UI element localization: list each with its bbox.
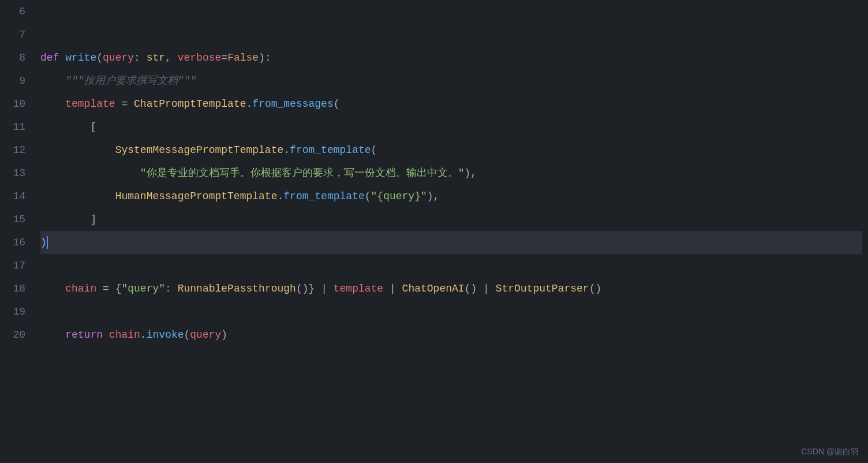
line-number-19: 19 (9, 300, 25, 323)
var-chain: chain (65, 277, 96, 300)
bracket-open-11: [ (90, 115, 96, 139)
indent-15 (40, 208, 90, 231)
parens-18: () (296, 277, 309, 300)
var-template-ref: template (334, 277, 383, 300)
method-from-messages: from_messages (252, 92, 333, 115)
code-line-10: template = ChatPromptTemplate.from_messa… (40, 92, 862, 115)
line-number-7: 7 (9, 23, 25, 46)
dot-14: . (277, 185, 283, 208)
line-number-13: 13 (9, 162, 25, 185)
code-line-12: SystemMessagePromptTemplate.from_templat… (40, 139, 862, 162)
watermark: CSDN @谢白羽 (801, 447, 859, 457)
line-number-15: 15 (9, 208, 25, 231)
class-chatopenai: ChatOpenAI (402, 277, 465, 300)
code-line-16: ) (40, 231, 862, 254)
code-line-15: ] (40, 208, 862, 231)
code-line-7 (40, 23, 862, 46)
code-line-6 (40, 0, 862, 23)
comma-8: , (165, 46, 178, 69)
paren-open-8: ( (96, 46, 103, 69)
pipe-2: | (383, 277, 402, 300)
var-chain-ref: chain (109, 323, 140, 346)
dot-12: . (283, 139, 290, 162)
param-query-ref: query (190, 323, 221, 346)
brace-open-18: { (115, 277, 122, 300)
line-number-16: 16 (9, 231, 25, 254)
dot-10: . (246, 92, 252, 115)
var-template: template (65, 92, 115, 115)
paren-open-12: ( (371, 139, 377, 162)
paren-close-13: ), (464, 162, 477, 185)
eq-8: = (221, 46, 227, 69)
str-query-template: "{query}" (371, 185, 427, 208)
indent-10 (40, 92, 65, 115)
colon-18: : (165, 277, 178, 300)
param-query: query (103, 46, 134, 69)
parens-chatopenai: () (465, 277, 477, 300)
indent-12 (40, 139, 115, 162)
method-from-template-14: from_template (283, 185, 364, 208)
op-assign-10: = (115, 92, 134, 115)
bracket-close-15: ] (90, 208, 96, 231)
indent-11 (40, 115, 90, 139)
paren-close-14: ), (427, 185, 440, 208)
line-number-14: 14 (9, 185, 25, 208)
bool-false: False (227, 46, 259, 69)
paren-open-10: ( (334, 92, 340, 115)
code-line-11: [ (40, 115, 862, 139)
class-chatprompt: ChatPromptTemplate (134, 92, 246, 115)
method-invoke: invoke (147, 323, 184, 346)
op-assign-18: = (96, 277, 115, 300)
indent-20 (40, 323, 65, 346)
brace-close-18: } (309, 277, 315, 300)
code-line-17 (40, 254, 862, 277)
code-content[interactable]: def write(query: str, verbose=False): ""… (35, 0, 868, 463)
line-numbers: 6 7 8 9 10 11 12 13 14 15 16 17 18 19 20 (0, 0, 35, 463)
code-line-8: def write(query: str, verbose=False): (40, 46, 862, 69)
param-verbose: verbose (178, 46, 222, 69)
docstring-9: """按用户要求撰写文档""" (40, 69, 196, 92)
line-number-18: 18 (9, 277, 25, 300)
str-system-prompt: "你是专业的文档写手。你根据客户的要求，写一份文档。输出中文。" (140, 162, 465, 185)
paren-close-8: ): (259, 46, 271, 69)
indent-18 (40, 277, 65, 300)
class-human-msg: HumanMessagePromptTemplate (115, 185, 278, 208)
code-line-20: return chain.invoke(query) (40, 323, 862, 346)
method-from-template-12: from_template (290, 139, 371, 162)
code-line-19 (40, 300, 862, 323)
keyword-return: return (65, 323, 109, 346)
colon-8: : (134, 46, 147, 69)
code-line-9: """按用户要求撰写文档""" (40, 69, 862, 92)
line-number-9: 9 (9, 69, 25, 92)
line-number-11: 11 (9, 115, 25, 139)
line-number-6: 6 (9, 0, 25, 23)
line-number-8: 8 (9, 46, 25, 69)
line-number-10: 10 (9, 92, 25, 115)
code-line-14: HumanMessagePromptTemplate.from_template… (40, 185, 862, 208)
str-query-key: "query" (121, 277, 165, 300)
code-line-18: chain = {"query": RunnablePassthrough()}… (40, 277, 862, 300)
class-runnable: RunnablePassthrough (178, 277, 296, 300)
class-stroutput: StrOutputParser (496, 277, 589, 300)
indent-14 (40, 185, 115, 208)
code-line-13: "你是专业的文档写手。你根据客户的要求，写一份文档。输出中文。"), (40, 162, 862, 185)
type-str: str (147, 46, 165, 69)
line-number-12: 12 (9, 139, 25, 162)
line-number-20: 20 (9, 323, 25, 346)
pipe-1: | (315, 277, 333, 300)
class-system-msg: SystemMessagePromptTemplate (115, 139, 284, 162)
indent-13 (40, 162, 140, 185)
text-cursor (47, 236, 48, 249)
paren-open-14: ( (365, 185, 371, 208)
paren-close-20: ) (221, 323, 227, 346)
keyword-def: def (40, 46, 65, 69)
pipe-3: | (477, 277, 495, 300)
parens-stroutput: () (589, 277, 602, 300)
code-editor: 6 7 8 9 10 11 12 13 14 15 16 17 18 19 20… (0, 0, 868, 463)
paren-close-16: ) (40, 231, 47, 254)
dot-20: . (140, 323, 147, 346)
paren-open-20: ( (184, 323, 190, 346)
func-name-write: write (65, 46, 96, 69)
line-number-17: 17 (9, 254, 25, 277)
